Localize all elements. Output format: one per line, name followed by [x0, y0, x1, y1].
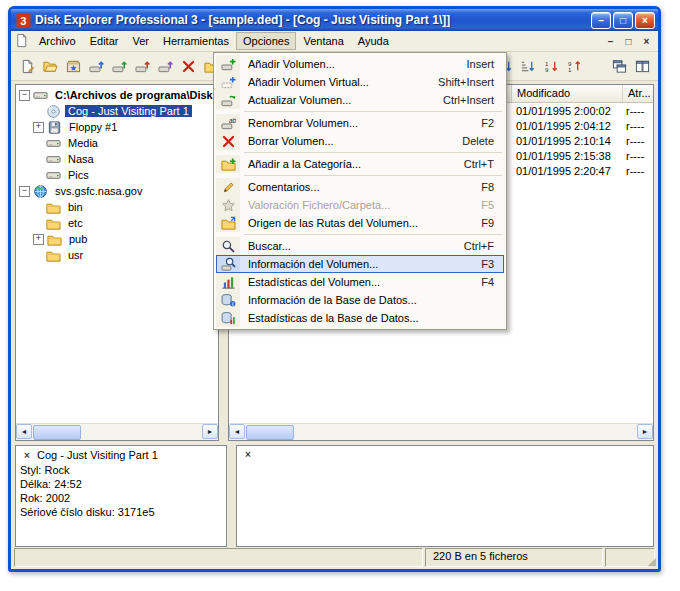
document-icon[interactable]: [14, 33, 30, 49]
volume-info-lines: Styl: RockDélka: 24:52Rok: 2002Sériové č…: [20, 463, 222, 519]
file-modified-cell: 01/01/1995 2:15:38: [511, 150, 621, 162]
tree-item-pub[interactable]: +pub: [16, 231, 218, 247]
menu-item-estad-sticas-de-la-base-de-datos[interactable]: Estadísticas de la Base de Datos...: [216, 309, 504, 327]
minimize-button[interactable]: –: [591, 12, 611, 29]
menu-item-actualizar-volumen[interactable]: Actualizar Volumen...Ctrl+Insert: [216, 91, 504, 109]
menu-editar[interactable]: Editar: [83, 32, 126, 50]
tree-item-bin[interactable]: bin: [16, 199, 218, 215]
export-volume-purple-button[interactable]: [154, 55, 176, 77]
resize-grip-icon[interactable]: ◢: [648, 556, 656, 567]
menu-item-renombrar-volumen[interactable]: abRenombrar Volumen...F2: [216, 114, 504, 132]
edit-volume-button[interactable]: [16, 55, 38, 77]
close-detail-pane-button[interactable]: ×: [241, 448, 255, 461]
menu-ayuda[interactable]: Ayuda: [351, 32, 396, 50]
tree-item-floppy-1[interactable]: +Floppy #1: [16, 119, 218, 135]
expander-minus-icon[interactable]: −: [19, 90, 30, 101]
mdi-minimize-button[interactable]: –: [602, 34, 619, 49]
menu-herramientas[interactable]: Herramientas: [156, 32, 236, 50]
tree-item-label: pub: [66, 233, 90, 245]
tree-item-nasa[interactable]: Nasa: [16, 151, 218, 167]
menu-item-borrar-volumen[interactable]: Borrar Volumen...Delete: [216, 132, 504, 150]
file-attr-cell: r----: [621, 150, 654, 162]
volume-stats-icon: [216, 273, 240, 291]
menu-item-estad-sticas-del-volumen[interactable]: Estadísticas del Volumen...F4: [216, 273, 504, 291]
scroll-right-arrow-icon[interactable]: ►: [637, 424, 653, 439]
tree-item-media[interactable]: Media: [16, 135, 218, 151]
list-horizontal-scrollbar[interactable]: ◄►: [229, 423, 653, 440]
info-pane-title: Cog - Just Visiting Part 1: [37, 448, 158, 463]
scrollbar-thumb[interactable]: [246, 425, 294, 440]
menu-archivo[interactable]: Archivo: [32, 32, 83, 50]
app-window: 3 Disk Explorer Professional 3 - [sample…: [8, 6, 661, 572]
path-origin-icon: [216, 214, 240, 232]
scrollbar-thumb[interactable]: [33, 425, 81, 440]
export-volume-blue-button[interactable]: [85, 55, 107, 77]
menu-item-a-adir-volumen[interactable]: Añadir Volumen...Insert: [216, 55, 504, 73]
tree-item-usr[interactable]: usr: [16, 247, 218, 263]
open-database-button[interactable]: [39, 55, 61, 77]
sort-numeric-descending-button[interactable]: 91: [562, 55, 584, 77]
drive-icon: [33, 88, 49, 103]
menu-separator: [244, 152, 502, 153]
cd-icon: [46, 104, 62, 119]
red-x-icon: [216, 132, 240, 150]
tree-item-label: usr: [65, 249, 86, 261]
scroll-left-arrow-icon[interactable]: ◄: [16, 424, 32, 439]
menu-opciones[interactable]: Opciones: [236, 32, 296, 50]
delete-volume-button[interactable]: [177, 55, 199, 77]
tree-horizontal-scrollbar[interactable]: ◄►: [16, 423, 218, 440]
tree-item-pics[interactable]: Pics: [16, 167, 218, 183]
menu-item-valoraci-n-fichero-carpeta[interactable]: Valoración Fichero/Carpeta...F5: [216, 196, 504, 214]
menu-item-comentarios[interactable]: Comentarios...F8: [216, 178, 504, 196]
menu-item-origen-de-las-rutas-del-volumen[interactable]: Origen de las Rutas del Volumen...F9: [216, 214, 504, 232]
tree-item-svs-gsfc-nasa-gov[interactable]: −svs.gsfc.nasa.gov: [16, 183, 218, 199]
volume-info-pane: × Cog - Just Visiting Part 1 Styl: RockD…: [15, 445, 227, 547]
status-bar: 220 B en 5 ficheros ◢: [11, 547, 658, 569]
mdi-close-button[interactable]: ×: [638, 34, 655, 49]
tree-item-label: Nasa: [65, 153, 97, 165]
folder-icon: [46, 200, 62, 215]
menu-item-buscar[interactable]: Buscar...Ctrl+F: [216, 237, 504, 255]
new-window-button[interactable]: [608, 55, 630, 77]
close-button[interactable]: ×: [635, 12, 655, 29]
expander-plus-icon[interactable]: +: [33, 122, 44, 133]
title-bar[interactable]: 3 Disk Explorer Professional 3 - [sample…: [11, 9, 658, 31]
menu-ver[interactable]: Ver: [125, 32, 156, 50]
tree-item-cog-just-visiting-part-1[interactable]: Cog - Just Visiting Part 1: [16, 103, 218, 119]
maximize-button[interactable]: □: [613, 12, 633, 29]
tree-item-etc[interactable]: etc: [16, 215, 218, 231]
category-box-button[interactable]: [62, 55, 84, 77]
menu-item-a-adir-volumen-virtual[interactable]: Añadir Volumen Virtual...Shift+Insert: [216, 73, 504, 91]
menu-ventana[interactable]: Ventana: [296, 32, 350, 50]
export-volume-red-button[interactable]: [131, 55, 153, 77]
detail-pane: ×: [236, 445, 654, 547]
mdi-restore-button[interactable]: □: [620, 34, 637, 49]
menu-item-informaci-n-de-la-base-de-datos[interactable]: iInformación de la Base de Datos...: [216, 291, 504, 309]
sort-numeric-ascending-button[interactable]: 19: [539, 55, 561, 77]
info-line: Styl: Rock: [20, 463, 222, 477]
menu-item-informaci-n-del-volumen[interactable]: Información del Volumen...F3: [216, 255, 504, 273]
svg-text:ab: ab: [228, 117, 235, 124]
tree-item-label: Media: [65, 137, 101, 149]
export-volume-green-button[interactable]: [108, 55, 130, 77]
tree-item-c-archivos-de-programa-disk[interactable]: −C:\Archivos de programa\Disk: [16, 87, 218, 103]
sort-descending-button[interactable]: [516, 55, 538, 77]
file-modified-cell: 01/01/1995 2:04:12: [511, 120, 621, 132]
menu-item-a-adir-a-la-categor-a[interactable]: Añadir a la Categoría...Ctrl+T: [216, 155, 504, 173]
expander-minus-icon[interactable]: −: [19, 186, 30, 197]
scroll-left-arrow-icon[interactable]: ◄: [229, 424, 245, 439]
db-info-icon: i: [216, 291, 240, 309]
expander-plus-icon[interactable]: +: [33, 234, 44, 245]
column-header-atr[interactable]: Atr...: [623, 85, 654, 102]
scrollbar-track[interactable]: [245, 424, 637, 440]
column-header-modificado[interactable]: Modificado: [512, 85, 623, 102]
status-size-text: 220 B en 5 ficheros: [425, 548, 603, 567]
volume-info-icon: [216, 255, 240, 273]
app-logo-3-icon[interactable]: 3: [16, 13, 31, 28]
scroll-right-arrow-icon[interactable]: ►: [202, 424, 218, 439]
tile-windows-button[interactable]: [631, 55, 653, 77]
menu-separator: [244, 111, 502, 112]
scrollbar-track[interactable]: [32, 424, 202, 440]
close-info-pane-button[interactable]: ×: [20, 449, 34, 462]
info-panel-splitter[interactable]: [230, 445, 233, 547]
